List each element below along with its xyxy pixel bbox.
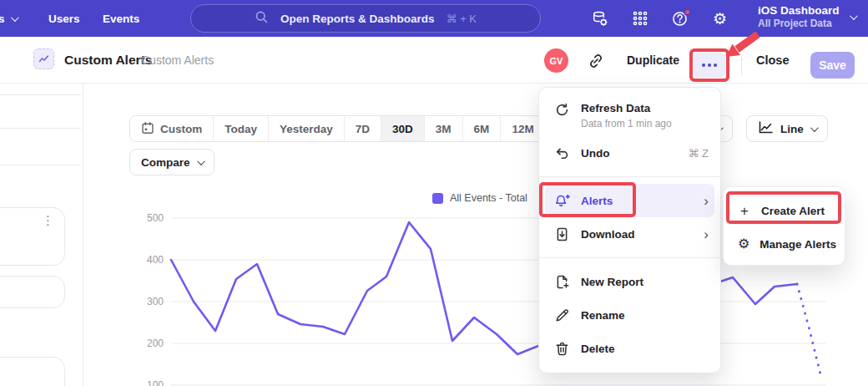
sidebar-card[interactable]	[0, 276, 65, 308]
compare-label: Compare	[141, 156, 190, 169]
date-range-3m[interactable]: 3M	[425, 116, 463, 141]
alert-bell-plus-icon	[554, 193, 570, 209]
sidebar-divider	[0, 165, 81, 165]
menu-label-undo: Undo	[581, 147, 610, 160]
manage-alerts-label: Manage Alerts	[760, 238, 836, 251]
nav-item-events[interactable]: Events	[103, 0, 139, 37]
menu-label-download: Download	[581, 228, 635, 241]
menu-divider	[539, 176, 720, 177]
menu-item-download[interactable]: Download ›	[539, 217, 720, 251]
submenu-item-manage-alerts[interactable]: ⚙ Manage Alerts	[724, 227, 845, 261]
trash-icon	[554, 341, 570, 357]
menu-item-refresh-data[interactable]: Refresh Data Data from 1 min ago	[539, 94, 720, 136]
chevron-down-icon	[10, 13, 18, 22]
report-chart-icon	[33, 48, 54, 69]
pencil-icon	[554, 307, 570, 323]
nav-item-users[interactable]: Users	[48, 0, 80, 37]
chevron-down-icon	[849, 12, 857, 20]
sidebar-card[interactable]	[0, 357, 65, 386]
header-divider	[741, 54, 742, 76]
search-icon	[255, 10, 269, 28]
line-chart-type-icon	[758, 120, 774, 137]
menu-item-rename[interactable]: Rename	[539, 298, 720, 332]
project-switcher[interactable]: iOS Dashboard All Project Data	[758, 4, 855, 29]
svg-text:500: 500	[147, 212, 164, 224]
help-icon[interactable]	[671, 10, 689, 28]
submenu-item-create-alert[interactable]: + Create Alert	[724, 194, 845, 227]
project-scope: All Project Data	[758, 18, 840, 29]
close-button[interactable]: Close	[756, 53, 790, 67]
top-navigation-bar: s Users Events Open Reports & Dashboards…	[0, 0, 868, 37]
legend-swatch	[432, 193, 443, 204]
sidebar-divider	[0, 128, 81, 129]
settings-gear-icon[interactable]: ⚙	[711, 10, 729, 28]
page-title: Custom Alerts	[64, 53, 152, 68]
refresh-icon	[554, 102, 570, 118]
date-range-6m[interactable]: 6M	[463, 116, 502, 141]
copy-link-icon[interactable]	[587, 52, 605, 70]
topbar-icon-group: ⚙	[591, 0, 729, 37]
menu-label-alerts: Alerts	[581, 195, 613, 207]
menu-item-alerts[interactable]: Alerts ›	[545, 184, 714, 217]
undo-shortcut: ⌘ Z	[688, 147, 709, 160]
data-management-icon[interactable]	[591, 10, 608, 28]
search-shortcut-hint: ⌘ + K	[447, 13, 477, 25]
svg-text:300: 300	[147, 296, 164, 307]
refresh-subtitle: Data from 1 min ago	[581, 118, 672, 130]
notification-dot	[684, 8, 691, 16]
date-range-30d[interactable]: 30D	[381, 116, 425, 141]
menu-divider	[539, 257, 720, 258]
menu-label-rename: Rename	[581, 309, 625, 322]
search-placeholder: Open Reports & Dashboards	[280, 13, 435, 25]
chevron-down-icon	[810, 124, 819, 132]
more-options-button[interactable]	[694, 53, 725, 78]
gear-icon: ⚙	[738, 237, 749, 251]
chevron-down-icon	[196, 157, 204, 165]
undo-icon	[554, 145, 570, 161]
avatar[interactable]: GV	[544, 48, 568, 73]
submenu-arrow-icon: ›	[704, 194, 709, 208]
chart-type-button[interactable]: Line	[746, 115, 828, 142]
alerts-submenu: + Create Alert ⚙ Manage Alerts	[723, 186, 845, 266]
date-range-label: Custom	[160, 123, 202, 135]
legend-series-label: All Events - Total	[450, 192, 527, 204]
project-name: iOS Dashboard	[758, 4, 840, 17]
nav-item-truncated-label: s	[0, 13, 5, 25]
menu-label-delete: Delete	[581, 343, 615, 355]
download-icon	[554, 226, 570, 242]
nav-events-label: Events	[103, 13, 139, 25]
menu-label-refresh: Refresh Data	[581, 102, 650, 114]
date-range-custom[interactable]: Custom	[130, 116, 214, 141]
new-report-icon	[554, 274, 570, 290]
left-sidebar: ⋮	[0, 84, 83, 386]
menu-item-undo[interactable]: Undo ⌘ Z	[539, 136, 720, 170]
apps-grid-icon[interactable]	[631, 10, 648, 28]
report-options-menu: Refresh Data Data from 1 min ago Undo ⌘ …	[538, 87, 721, 373]
menu-item-delete[interactable]: Delete	[539, 332, 720, 365]
create-alert-label: Create Alert	[761, 205, 825, 217]
save-button[interactable]: Save	[810, 52, 855, 79]
chart-legend: All Events - Total	[432, 192, 527, 204]
nav-item-truncated[interactable]: s	[0, 0, 17, 37]
sidebar-card[interactable]	[0, 207, 65, 266]
menu-item-new-report[interactable]: New Report	[539, 265, 720, 298]
chart-type-label: Line	[780, 123, 804, 135]
compare-button[interactable]: Compare	[129, 149, 214, 175]
global-search-input[interactable]: Open Reports & Dashboards ⌘ + K	[190, 4, 541, 33]
calendar-icon	[141, 121, 154, 137]
plus-icon: +	[738, 204, 751, 217]
date-range-yesterday[interactable]: Yesterday	[269, 116, 345, 141]
mixpanel-report-screen: s Users Events Open Reports & Dashboards…	[0, 0, 868, 386]
date-range-control: Custom Today Yesterday 7D 30D 3M 6M 12M	[129, 115, 546, 142]
nav-users-label: Users	[48, 13, 80, 25]
svg-text:200: 200	[147, 338, 164, 349]
date-range-today[interactable]: Today	[214, 116, 269, 141]
breadcrumb: Custom Alerts	[141, 53, 214, 67]
duplicate-button[interactable]: Duplicate	[627, 53, 679, 67]
submenu-arrow-icon: ›	[704, 227, 709, 241]
date-range-7d[interactable]: 7D	[345, 116, 381, 141]
sidebar-divider	[0, 94, 81, 95]
menu-label-new-report: New Report	[581, 276, 643, 288]
kebab-menu-icon[interactable]: ⋮	[42, 214, 54, 228]
svg-text:400: 400	[147, 254, 164, 266]
